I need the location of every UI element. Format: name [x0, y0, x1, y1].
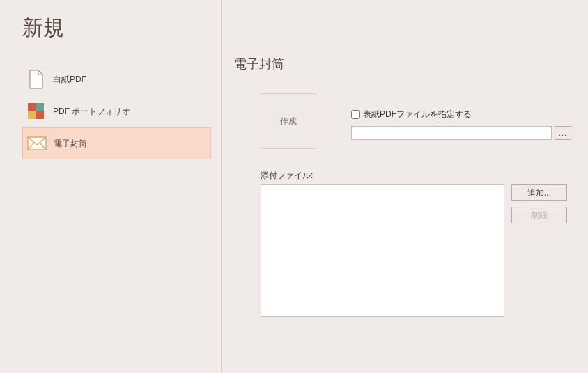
- template-label: PDF ポートフォリオ: [53, 106, 130, 118]
- blank-pdf-icon: [26, 70, 46, 89]
- svg-rect-2: [28, 111, 36, 119]
- create-button[interactable]: 作成: [261, 93, 316, 149]
- attachments-list[interactable]: [261, 184, 504, 317]
- cover-path-input[interactable]: [351, 126, 552, 140]
- cover-pdf-checkbox[interactable]: [351, 110, 360, 119]
- template-item-blank-pdf[interactable]: 白紙PDF: [22, 63, 211, 95]
- cover-pdf-label[interactable]: 表紙PDFファイルを指定する: [363, 109, 472, 120]
- portfolio-icon: [26, 102, 46, 121]
- svg-rect-3: [36, 111, 44, 119]
- template-label: 電子封筒: [54, 138, 87, 150]
- svg-rect-0: [28, 103, 36, 111]
- attachments-label: 添付ファイル:: [261, 170, 575, 182]
- envelope-icon: [27, 134, 47, 153]
- template-item-envelope[interactable]: 電子封筒: [22, 127, 211, 159]
- template-item-portfolio[interactable]: PDF ポートフォリオ: [22, 95, 211, 127]
- template-label: 白紙PDF: [53, 74, 86, 86]
- svg-rect-1: [36, 103, 44, 111]
- add-button[interactable]: 追加...: [511, 184, 567, 201]
- main-title: 電子封筒: [234, 56, 575, 72]
- browse-button[interactable]: ...: [555, 126, 571, 140]
- delete-button: 削除: [511, 207, 567, 223]
- page-title: 新規: [22, 14, 211, 42]
